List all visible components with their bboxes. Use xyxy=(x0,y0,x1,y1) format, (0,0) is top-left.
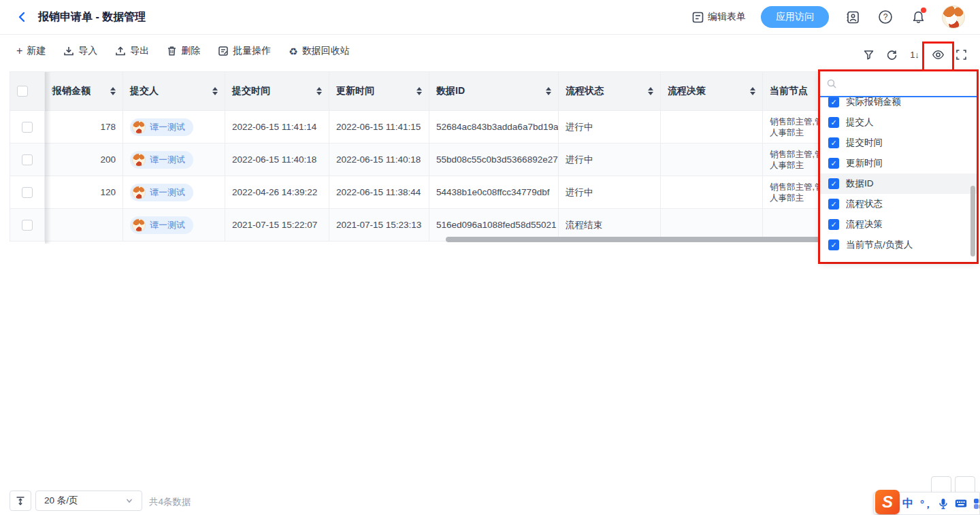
submitter-pill[interactable]: 谭一测试 xyxy=(130,216,193,234)
checkbox-checked-icon[interactable]: ✓ xyxy=(828,117,839,128)
column-header-update-time[interactable]: 更新时间 xyxy=(329,72,429,110)
checkbox-checked-icon[interactable]: ✓ xyxy=(828,158,839,169)
submitter-name: 谭一测试 xyxy=(150,121,185,133)
column-header-status[interactable]: 流程状态 xyxy=(559,72,661,110)
refresh-icon[interactable] xyxy=(882,45,901,64)
import-button[interactable]: 导入 xyxy=(63,45,97,57)
cell-submit-time: 2022-06-15 11:41:14 xyxy=(225,111,329,143)
checkbox-checked-icon[interactable]: ✓ xyxy=(828,199,839,210)
checkbox-checked-icon[interactable]: ✓ xyxy=(828,239,839,250)
picker-item[interactable]: ✓流程决策 xyxy=(820,214,977,235)
picker-item[interactable]: ✓提交时间 xyxy=(820,133,977,153)
cell-amount: 200 xyxy=(45,144,123,176)
sort-toggle-icon[interactable] xyxy=(546,87,551,95)
delete-button[interactable]: 删除 xyxy=(167,45,200,57)
help-icon[interactable]: ? xyxy=(877,8,894,26)
page-size-select[interactable]: 20 条/页 xyxy=(35,491,142,511)
cell-decision xyxy=(661,176,763,208)
column-header-submit-time[interactable]: 提交时间 xyxy=(225,72,329,110)
row-checkbox[interactable] xyxy=(22,154,33,165)
filter-icon[interactable] xyxy=(859,45,878,64)
contacts-icon[interactable] xyxy=(844,8,862,26)
picker-item[interactable]: ✓当前节点/负责人 xyxy=(820,235,977,255)
sort-toggle-icon[interactable] xyxy=(416,87,422,95)
cell-data-id: 54438b1e0c08ffcc34779dbf xyxy=(429,176,559,208)
cell-status: 流程结束 xyxy=(559,209,661,241)
select-all-cell xyxy=(10,72,45,110)
picker-item[interactable]: ✓流程状态 xyxy=(820,194,977,214)
recycle-icon: ♻ xyxy=(289,46,297,56)
picker-item-label: 提交人 xyxy=(846,116,874,129)
select-all-checkbox[interactable] xyxy=(17,86,28,97)
sort-icon[interactable]: 1↓ xyxy=(905,45,924,64)
horizontal-scrollbar[interactable] xyxy=(446,237,820,242)
checkbox-checked-icon[interactable]: ✓ xyxy=(828,178,839,189)
column-picker-list: ✓实际报销金额 ✓提交人 ✓提交时间 ✓更新时间 ✓数据ID ✓流程状态 ✓流程… xyxy=(820,97,977,261)
column-search-input[interactable] xyxy=(841,79,970,89)
column-label-amount: 实际报销金额 xyxy=(52,85,91,97)
notification-dot xyxy=(921,7,926,13)
batch-operations-button[interactable]: 批量操作 xyxy=(218,45,271,57)
row-height-button[interactable] xyxy=(10,491,31,511)
batch-operations-label: 批量操作 xyxy=(233,45,271,57)
submitter-pill[interactable]: 谭一测试 xyxy=(130,184,193,201)
back-icon[interactable] xyxy=(15,10,30,24)
edit-form-label: 编辑表单 xyxy=(708,11,746,23)
submitter-pill[interactable]: 谭一测试 xyxy=(130,118,193,136)
plus-icon: + xyxy=(16,46,22,56)
import-icon xyxy=(63,46,74,56)
ime-punctuation-icon[interactable]: °， xyxy=(920,499,932,509)
checkbox-checked-icon[interactable]: ✓ xyxy=(828,219,839,230)
ime-menu-grid-icon[interactable] xyxy=(974,499,980,509)
row-checkbox[interactable] xyxy=(22,187,33,198)
sort-toggle-icon[interactable] xyxy=(750,87,755,95)
sort-toggle-icon[interactable] xyxy=(212,87,218,95)
user-avatar[interactable] xyxy=(942,5,965,29)
row-checkbox[interactable] xyxy=(22,122,33,133)
picker-item[interactable]: ✓提交人 xyxy=(820,112,977,133)
sogou-logo-icon[interactable]: S xyxy=(875,490,900,514)
picker-item[interactable]: ✓更新时间 xyxy=(820,153,977,173)
column-header-data-id[interactable]: 数据ID xyxy=(429,72,559,110)
column-header-submitter[interactable]: 提交人 xyxy=(123,72,225,110)
new-button[interactable]: + 新建 xyxy=(16,45,46,57)
picker-scrollbar[interactable] xyxy=(970,186,975,256)
column-label-status: 流程状态 xyxy=(566,85,604,97)
recycle-bin-button[interactable]: ♻ 数据回收站 xyxy=(289,45,349,57)
microphone-icon[interactable] xyxy=(938,498,948,510)
annotation-box-panel: ✓实际报销金额 ✓提交人 ✓提交时间 ✓更新时间 ✓数据ID ✓流程状态 ✓流程… xyxy=(818,69,979,264)
cell-status: 进行中 xyxy=(559,176,661,208)
virtual-keyboard-icon[interactable] xyxy=(955,499,967,508)
row-checkbox[interactable] xyxy=(22,220,33,231)
app-access-button[interactable]: 应用访问 xyxy=(761,6,829,28)
column-visibility-eye-icon[interactable] xyxy=(928,45,947,64)
edit-form-button[interactable]: 编辑表单 xyxy=(692,11,746,23)
fullscreen-icon[interactable] xyxy=(951,45,970,64)
checkbox-checked-icon[interactable]: ✓ xyxy=(828,97,839,107)
cell-submit-time: 2022-06-15 11:40:18 xyxy=(225,144,329,176)
node-text: 销售部主管,管,人事部主 xyxy=(770,182,826,203)
submitter-avatar xyxy=(132,186,146,199)
column-header-amount[interactable]: 实际报销金额 xyxy=(45,72,123,110)
submitter-avatar xyxy=(132,218,146,232)
chevron-down-icon xyxy=(125,497,133,505)
picker-item[interactable]: ✓实际报销金额 xyxy=(820,97,977,112)
checkbox-checked-icon[interactable]: ✓ xyxy=(828,137,839,148)
export-button[interactable]: 导出 xyxy=(115,45,149,57)
cell-update-time: 2022-06-15 11:40:18 xyxy=(329,144,429,176)
cell-decision xyxy=(661,209,763,241)
cell-update-time: 2022-06-15 11:38:44 xyxy=(329,176,429,208)
column-header-decision[interactable]: 流程决策 xyxy=(661,72,763,110)
submitter-pill[interactable]: 谭一测试 xyxy=(130,151,193,169)
ime-language-mode-icon[interactable]: 中 xyxy=(902,498,913,509)
cell-amount: 120 xyxy=(45,176,123,208)
notification-bell-icon[interactable] xyxy=(909,8,927,26)
app-root: 报销申请单 - 数据管理 编辑表单 应用访问 ? xyxy=(0,0,980,515)
sort-toggle-icon[interactable] xyxy=(316,87,322,95)
sort-toggle-icon[interactable] xyxy=(648,87,653,95)
form-icon xyxy=(692,12,704,23)
node-text: 销售部主管,管,人事部主 xyxy=(770,116,826,138)
picker-item-label: 提交时间 xyxy=(846,137,883,149)
picker-item[interactable]: ✓数据ID xyxy=(820,173,977,194)
sort-toggle-icon[interactable] xyxy=(110,87,116,95)
